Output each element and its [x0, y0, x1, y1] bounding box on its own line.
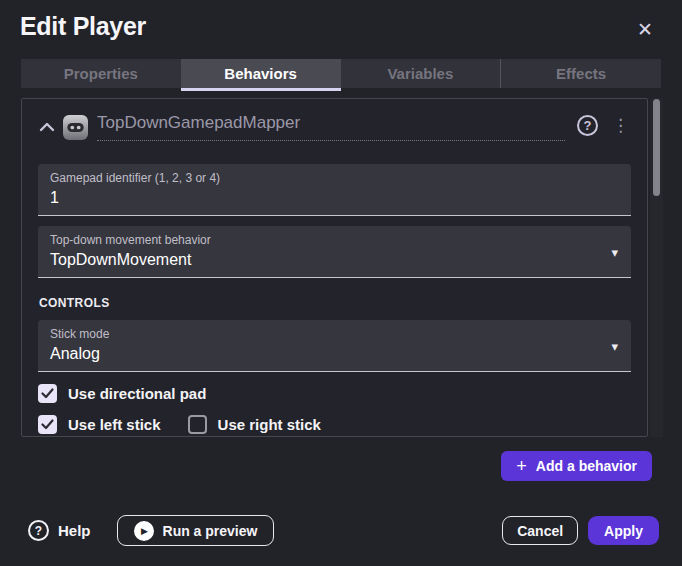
check-icon	[41, 419, 54, 430]
active-tab-underline	[181, 88, 341, 91]
add-behavior-label: Add a behavior	[536, 458, 637, 474]
footer-actions: Cancel Apply	[502, 516, 659, 545]
movement-behavior-select[interactable]: Top-down movement behavior TopDownMoveme…	[38, 226, 631, 278]
checkbox-use-right-stick[interactable]	[188, 415, 207, 434]
stick-mode-label: Stick mode	[50, 327, 601, 341]
checkbox-row-2: Use left stick Use right stick	[38, 415, 631, 434]
dropdown-caret-icon: ▾	[611, 338, 618, 353]
help-link[interactable]: ? Help	[28, 520, 91, 541]
behavior-name-field[interactable]: TopDownGamepadMapper	[97, 113, 565, 141]
add-behavior-button[interactable]: + Add a behavior	[501, 451, 652, 481]
dropdown-caret-icon: ▾	[611, 244, 618, 259]
play-icon: ▶	[134, 521, 154, 541]
use-right-stick-option[interactable]: Use right stick	[188, 415, 321, 434]
help-label: Help	[58, 522, 91, 539]
use-left-stick-label: Use left stick	[68, 416, 161, 433]
stick-mode-select[interactable]: Stick mode Analog ▾	[38, 320, 631, 372]
kebab-menu-icon[interactable]: ⋮	[608, 117, 633, 138]
chevron-up-icon[interactable]	[39, 122, 55, 132]
use-left-stick-option[interactable]: Use left stick	[38, 415, 161, 434]
help-circle-icon: ?	[28, 520, 49, 541]
movement-behavior-value: TopDownMovement	[50, 251, 601, 269]
movement-behavior-label: Top-down movement behavior	[50, 233, 601, 247]
checkbox-row-1: Use directional pad	[38, 384, 631, 403]
dialog-title: Edit Player	[20, 12, 146, 41]
controls-section-heading: CONTROLS	[39, 296, 631, 310]
run-preview-button[interactable]: ▶ Run a preview	[117, 515, 275, 546]
tab-bar: Properties Behaviors Variables Effects	[21, 59, 661, 88]
scrollbar-thumb[interactable]	[653, 99, 660, 196]
apply-label: Apply	[604, 523, 643, 539]
tab-behaviors[interactable]: Behaviors	[181, 59, 341, 88]
tab-properties[interactable]: Properties	[21, 59, 181, 88]
use-directional-pad-label: Use directional pad	[68, 385, 206, 402]
edit-player-dialog: Edit Player ✕ Properties Behaviors Varia…	[0, 0, 682, 566]
tab-effects[interactable]: Effects	[500, 59, 661, 88]
use-directional-pad-option[interactable]: Use directional pad	[38, 384, 206, 403]
use-right-stick-label: Use right stick	[218, 416, 321, 433]
cancel-button[interactable]: Cancel	[502, 516, 578, 545]
gamepad-identifier-field[interactable]: Gamepad identifier (1, 2, 3 or 4) 1	[38, 164, 631, 216]
gamepad-identifier-value: 1	[50, 189, 601, 207]
behavior-accordion-header: TopDownGamepadMapper ? ⋮	[22, 99, 647, 141]
plus-icon: +	[516, 457, 527, 475]
checkbox-use-left-stick[interactable]	[38, 415, 57, 434]
close-icon[interactable]: ✕	[632, 16, 658, 42]
tab-variables[interactable]: Variables	[341, 59, 501, 88]
run-preview-label: Run a preview	[163, 523, 258, 539]
stick-mode-value: Analog	[50, 345, 601, 363]
behavior-help-icon[interactable]: ?	[577, 115, 598, 136]
checkbox-use-directional-pad[interactable]	[38, 384, 57, 403]
tab-behaviors-label: Behaviors	[224, 65, 297, 82]
behaviors-panel: TopDownGamepadMapper ? ⋮ Gamepad identif…	[21, 98, 648, 437]
cancel-label: Cancel	[517, 523, 563, 539]
gamepad-behavior-icon	[63, 115, 88, 140]
dialog-footer: ? Help ▶ Run a preview Cancel Apply	[28, 515, 659, 546]
apply-button[interactable]: Apply	[588, 516, 659, 545]
check-icon	[41, 388, 54, 399]
gamepad-identifier-label: Gamepad identifier (1, 2, 3 or 4)	[50, 171, 601, 185]
